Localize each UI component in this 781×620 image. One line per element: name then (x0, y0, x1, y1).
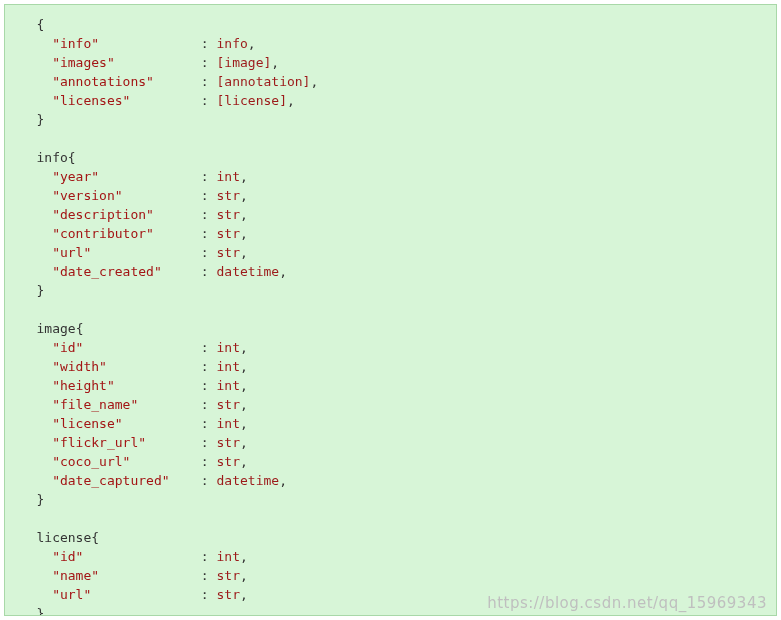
comma: , (240, 245, 248, 260)
brace-close: } (36, 492, 44, 507)
field-value: str (217, 226, 240, 241)
comma: , (240, 207, 248, 222)
blank-line (13, 300, 768, 319)
blank-line (13, 129, 768, 148)
schema-field: "width" : int, (13, 357, 768, 376)
schema-field: "year" : int, (13, 167, 768, 186)
schema-field: "url" : str, (13, 585, 768, 604)
schema-field: "flickr_url" : str, (13, 433, 768, 452)
block-header: license (36, 530, 91, 545)
colon: : (201, 207, 217, 222)
block-close: } (13, 490, 768, 509)
comma: , (240, 549, 248, 564)
brace-close: } (36, 606, 44, 616)
field-key: "name" (52, 568, 201, 583)
colon: : (201, 340, 217, 355)
comma: , (240, 397, 248, 412)
colon: : (201, 568, 217, 583)
comma: , (279, 264, 287, 279)
schema-field: "annotations" : [annotation], (13, 72, 768, 91)
colon: : (201, 245, 217, 260)
comma: , (240, 454, 248, 469)
schema-field: "license" : int, (13, 414, 768, 433)
brace-close: } (36, 283, 44, 298)
field-value: str (217, 245, 240, 260)
field-value: int (217, 340, 240, 355)
field-value: str (217, 207, 240, 222)
comma: , (271, 55, 279, 70)
colon: : (201, 454, 217, 469)
colon: : (201, 378, 217, 393)
field-value: [license] (217, 93, 287, 108)
colon: : (201, 55, 217, 70)
comma: , (279, 473, 287, 488)
field-key: "id" (52, 549, 201, 564)
field-value: int (217, 169, 240, 184)
schema-field: "version" : str, (13, 186, 768, 205)
field-key: "date_created" (52, 264, 201, 279)
colon: : (201, 416, 217, 431)
block-open: info{ (13, 148, 768, 167)
block-header: info (36, 150, 67, 165)
field-key: "licenses" (52, 93, 201, 108)
comma: , (240, 416, 248, 431)
schema-field: "info" : info, (13, 34, 768, 53)
field-key: "url" (52, 587, 201, 602)
block-close: } (13, 110, 768, 129)
colon: : (201, 435, 217, 450)
schema-field: "name" : str, (13, 566, 768, 585)
field-key: "description" (52, 207, 201, 222)
field-key: "file_name" (52, 397, 201, 412)
comma: , (240, 340, 248, 355)
blank-line (13, 509, 768, 528)
comma: , (240, 226, 248, 241)
field-key: "height" (52, 378, 201, 393)
comma: , (240, 359, 248, 374)
field-key: "info" (52, 36, 201, 51)
colon: : (201, 74, 217, 89)
colon: : (201, 587, 217, 602)
field-value: datetime (217, 473, 280, 488)
colon: : (201, 264, 217, 279)
field-value: int (217, 549, 240, 564)
field-value: datetime (217, 264, 280, 279)
field-value: [image] (217, 55, 272, 70)
comma: , (240, 568, 248, 583)
block-close: } (13, 604, 768, 616)
schema-field: "coco_url" : str, (13, 452, 768, 471)
comma: , (240, 378, 248, 393)
field-value: str (217, 435, 240, 450)
schema-field: "height" : int, (13, 376, 768, 395)
field-value: str (217, 397, 240, 412)
schema-field: "licenses" : [license], (13, 91, 768, 110)
field-value: [annotation] (217, 74, 311, 89)
schema-field: "date_created" : datetime, (13, 262, 768, 281)
schema-field: "description" : str, (13, 205, 768, 224)
schema-field: "images" : [image], (13, 53, 768, 72)
field-key: "url" (52, 245, 201, 260)
comma: , (240, 188, 248, 203)
block-close: } (13, 281, 768, 300)
colon: : (201, 169, 217, 184)
field-value: str (217, 568, 240, 583)
field-key: "coco_url" (52, 454, 201, 469)
colon: : (201, 359, 217, 374)
block-open: { (13, 15, 768, 34)
field-value: str (217, 454, 240, 469)
comma: , (248, 36, 256, 51)
field-value: info (217, 36, 248, 51)
brace-close: } (36, 112, 44, 127)
field-key: "version" (52, 188, 201, 203)
comma: , (310, 74, 318, 89)
brace-open: { (68, 150, 76, 165)
schema-field: "date_captured" : datetime, (13, 471, 768, 490)
field-value: str (217, 587, 240, 602)
comma: , (240, 587, 248, 602)
schema-field: "url" : str, (13, 243, 768, 262)
schema-field: "contributor" : str, (13, 224, 768, 243)
field-key: "id" (52, 340, 201, 355)
colon: : (201, 473, 217, 488)
code-block: { "info" : info, "images" : [image], "an… (4, 4, 777, 616)
field-key: "width" (52, 359, 201, 374)
field-value: int (217, 416, 240, 431)
